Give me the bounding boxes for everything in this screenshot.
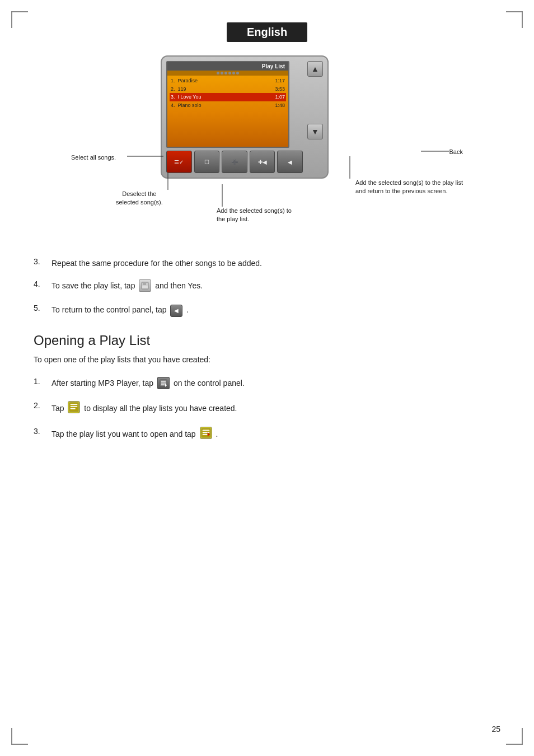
svg-rect-20 xyxy=(202,430,209,431)
menu-icon-inline xyxy=(157,377,170,390)
opening-instruction-2: 2. Tap to display all the xyxy=(34,401,500,417)
svg-rect-16 xyxy=(71,406,78,407)
annotation-back: Back xyxy=(449,148,463,156)
opening-instructions-section: 1. After starting MP3 Player, tap xyxy=(34,377,500,442)
device-section: Play List 1. Paradise1:17 2. 1193:53 xyxy=(71,55,463,246)
add-selected-button[interactable]: ➕ xyxy=(222,151,247,173)
language-header: English xyxy=(34,22,500,42)
section-intro: To open one of the play lists that you h… xyxy=(34,354,500,366)
page-number: 25 xyxy=(491,725,500,734)
instruction-5: 5. To return to the control panel, tap ◀… xyxy=(34,304,500,317)
player-screen: Play List 1. Paradise1:17 2. 1193:53 xyxy=(166,61,289,148)
opening-instruction-1: 1. After starting MP3 Player, tap xyxy=(34,377,500,390)
instruction-3: 3. Repeat the same procedure for the oth… xyxy=(34,257,500,269)
mp3-player: Play List 1. Paradise1:17 2. 1193:53 xyxy=(161,55,329,179)
song-list: 1. Paradise1:17 2. 1193:53 3. I Love You… xyxy=(167,76,288,110)
language-label: English xyxy=(227,22,307,42)
select-all-button[interactable]: ☰✓ xyxy=(166,151,192,173)
section-title: Opening a Play List xyxy=(34,333,500,348)
control-buttons: ☰✓ ☐ ➕ ✚◀ ◀ xyxy=(166,151,303,173)
back-icon-inline: ◀ xyxy=(170,304,182,317)
save-icon-inline xyxy=(139,279,151,293)
song-row-selected: 3. I Love You1:07 xyxy=(170,93,286,101)
corner-bracket-tr xyxy=(506,11,523,28)
open-playlist-icon-inline xyxy=(200,427,212,442)
svg-rect-21 xyxy=(202,432,209,433)
annotation-deselect: Deselect theselected song(s). xyxy=(116,190,163,207)
svg-rect-15 xyxy=(71,404,78,405)
annotation-add-selected: Add the selected song(s) tothe play list… xyxy=(217,207,292,224)
corner-bracket-br xyxy=(506,728,523,745)
scroll-buttons: ▲ ▼ xyxy=(307,61,323,139)
annotation-add-return: Add the selected song(s) to the play lis… xyxy=(355,179,463,196)
svg-rect-7 xyxy=(142,286,148,288)
back-button[interactable]: ◀ xyxy=(277,151,303,173)
song-row: 4. Piano solo1:48 xyxy=(170,101,286,110)
song-row: 2. 1193:53 xyxy=(170,85,286,94)
playlist-icon-inline xyxy=(68,401,80,417)
svg-rect-17 xyxy=(71,408,76,409)
scroll-indicator xyxy=(167,71,288,76)
opening-instruction-3: 3. Tap the play list you want to open an… xyxy=(34,427,500,442)
svg-rect-22 xyxy=(202,434,207,435)
scroll-down-button[interactable]: ▼ xyxy=(307,124,323,139)
song-row: 1. Paradise1:17 xyxy=(170,77,286,85)
add-return-button[interactable]: ✚◀ xyxy=(250,151,275,173)
playlist-header: Play List xyxy=(167,62,288,71)
annotation-select-all: Select all songs. xyxy=(71,153,116,162)
corner-bracket-bl xyxy=(11,728,28,745)
instruction-4: 4. To save the play list, tap and then Y… xyxy=(34,279,500,293)
deselect-button[interactable]: ☐ xyxy=(194,151,220,173)
corner-bracket-tl xyxy=(11,11,28,28)
scroll-up-button[interactable]: ▲ xyxy=(307,61,323,77)
instructions-section: 3. Repeat the same procedure for the oth… xyxy=(34,257,500,317)
svg-rect-6 xyxy=(143,282,146,285)
